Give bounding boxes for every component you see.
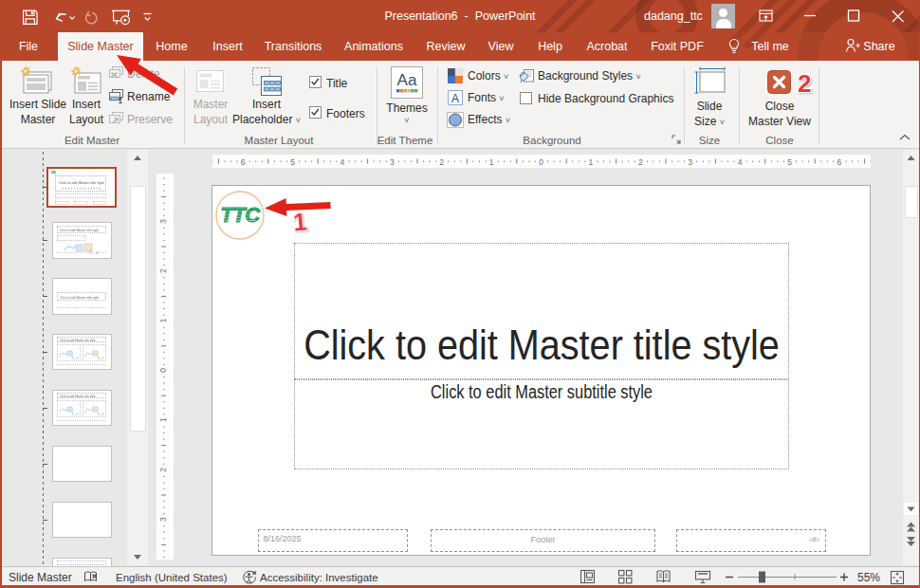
svg-text:3: 3 — [158, 219, 168, 224]
svg-text:Preserve: Preserve — [127, 113, 173, 126]
svg-text:2: 2 — [439, 157, 444, 167]
svg-text:1: 1 — [158, 417, 168, 422]
svg-text:2: 2 — [158, 468, 168, 472]
svg-text:Aa: Aa — [397, 71, 417, 89]
svg-text:3: 3 — [688, 157, 692, 167]
svg-text:2: 2 — [798, 69, 811, 98]
svg-text:1: 1 — [589, 157, 594, 167]
svg-text:1: 1 — [489, 157, 494, 167]
svg-text:0: 0 — [539, 157, 543, 167]
svg-text:2: 2 — [638, 157, 643, 167]
svg-text:1: 1 — [292, 206, 308, 235]
svg-text:5: 5 — [290, 157, 295, 167]
svg-text:6: 6 — [241, 157, 246, 167]
svg-text:3: 3 — [158, 517, 168, 522]
svg-text:TTC: TTC — [220, 203, 261, 227]
svg-text:A: A — [451, 92, 459, 105]
svg-text:6: 6 — [837, 157, 842, 167]
svg-text:4: 4 — [738, 157, 743, 167]
svg-text:1: 1 — [158, 318, 168, 322]
svg-text:4: 4 — [340, 157, 345, 167]
svg-text:2: 2 — [158, 268, 168, 273]
svg-text:3: 3 — [390, 157, 395, 167]
svg-text:0: 0 — [158, 368, 168, 373]
svg-text:5: 5 — [787, 157, 792, 167]
